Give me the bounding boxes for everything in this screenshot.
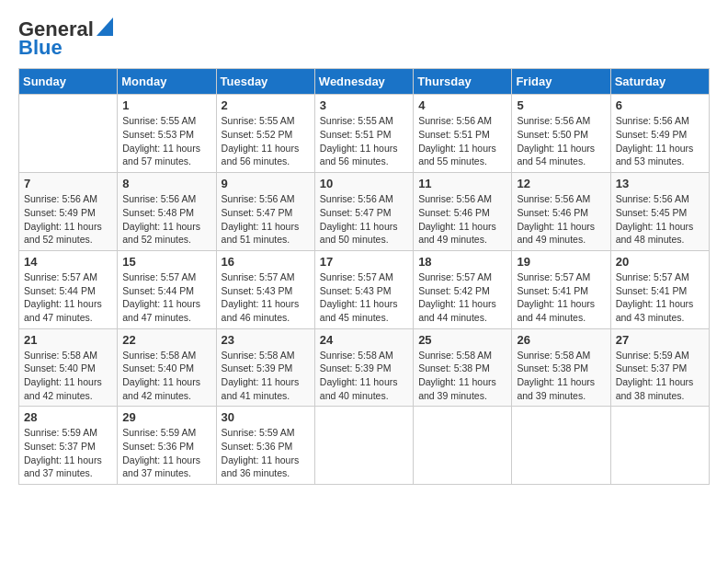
- calendar-cell: 12Sunrise: 5:56 AMSunset: 5:46 PMDayligh…: [512, 173, 610, 251]
- day-detail: Sunrise: 5:57 AMSunset: 5:44 PMDaylight:…: [122, 270, 210, 325]
- logo: General Blue: [18, 18, 113, 59]
- day-detail: Sunrise: 5:56 AMSunset: 5:46 PMDaylight:…: [418, 192, 506, 247]
- calendar-cell: [610, 407, 709, 485]
- day-number: 12: [517, 177, 605, 190]
- day-number: 10: [320, 177, 408, 190]
- header-tuesday: Tuesday: [216, 69, 314, 95]
- day-number: 3: [320, 98, 408, 112]
- day-number: 16: [222, 255, 310, 269]
- calendar-cell: 20Sunrise: 5:57 AMSunset: 5:41 PMDayligh…: [610, 250, 709, 328]
- day-detail: Sunrise: 5:55 AMSunset: 5:53 PMDaylight:…: [122, 114, 210, 168]
- day-number: 19: [517, 255, 605, 269]
- day-number: 8: [122, 177, 210, 190]
- day-detail: Sunrise: 5:56 AMSunset: 5:48 PMDaylight:…: [122, 192, 210, 247]
- calendar-cell: [314, 407, 413, 485]
- day-detail: Sunrise: 5:58 AMSunset: 5:39 PMDaylight:…: [222, 349, 310, 403]
- calendar-cell: 26Sunrise: 5:58 AMSunset: 5:38 PMDayligh…: [512, 328, 610, 407]
- day-number: 21: [24, 333, 112, 347]
- day-number: 7: [24, 177, 112, 190]
- svg-marker-0: [97, 17, 113, 36]
- calendar-cell: 8Sunrise: 5:56 AMSunset: 5:48 PMDaylight…: [118, 173, 216, 251]
- day-detail: Sunrise: 5:55 AMSunset: 5:52 PMDaylight:…: [222, 114, 310, 168]
- calendar-cell: 19Sunrise: 5:57 AMSunset: 5:41 PMDayligh…: [512, 250, 610, 328]
- calendar-cell: 6Sunrise: 5:56 AMSunset: 5:49 PMDaylight…: [610, 95, 709, 173]
- day-number: 30: [222, 410, 310, 424]
- day-number: 25: [418, 333, 506, 347]
- calendar-cell: [414, 407, 512, 485]
- header-friday: Friday: [512, 69, 610, 95]
- day-detail: Sunrise: 5:56 AMSunset: 5:47 PMDaylight:…: [320, 192, 408, 247]
- day-detail: Sunrise: 5:55 AMSunset: 5:51 PMDaylight:…: [320, 114, 408, 168]
- calendar-cell: 7Sunrise: 5:56 AMSunset: 5:49 PMDaylight…: [19, 173, 118, 251]
- logo-blue: Blue: [18, 37, 63, 59]
- calendar-cell: 14Sunrise: 5:57 AMSunset: 5:44 PMDayligh…: [19, 250, 118, 328]
- day-detail: Sunrise: 5:57 AMSunset: 5:41 PMDaylight:…: [517, 270, 605, 325]
- logo-bird-icon: [97, 17, 113, 38]
- calendar-cell: 2Sunrise: 5:55 AMSunset: 5:52 PMDaylight…: [216, 95, 314, 173]
- calendar-cell: 10Sunrise: 5:56 AMSunset: 5:47 PMDayligh…: [314, 173, 413, 251]
- calendar-cell: 23Sunrise: 5:58 AMSunset: 5:39 PMDayligh…: [216, 328, 314, 407]
- day-number: 26: [517, 333, 605, 347]
- calendar-cell: 27Sunrise: 5:59 AMSunset: 5:37 PMDayligh…: [610, 328, 709, 407]
- day-number: 15: [122, 255, 210, 269]
- day-number: 18: [418, 255, 506, 269]
- header-sunday: Sunday: [19, 69, 118, 95]
- calendar-cell: 25Sunrise: 5:58 AMSunset: 5:38 PMDayligh…: [414, 328, 512, 407]
- calendar-table: SundayMondayTuesdayWednesdayThursdayFrid…: [18, 68, 710, 485]
- calendar-cell: 1Sunrise: 5:55 AMSunset: 5:53 PMDaylight…: [118, 95, 216, 173]
- day-detail: Sunrise: 5:57 AMSunset: 5:43 PMDaylight:…: [320, 270, 408, 325]
- calendar-cell: 15Sunrise: 5:57 AMSunset: 5:44 PMDayligh…: [118, 250, 216, 328]
- calendar-cell: 5Sunrise: 5:56 AMSunset: 5:50 PMDaylight…: [512, 95, 610, 173]
- day-number: 9: [222, 177, 310, 190]
- header-thursday: Thursday: [414, 69, 512, 95]
- day-detail: Sunrise: 5:59 AMSunset: 5:36 PMDaylight:…: [122, 426, 210, 480]
- day-number: 24: [320, 333, 408, 347]
- day-number: 29: [122, 410, 210, 424]
- day-detail: Sunrise: 5:56 AMSunset: 5:50 PMDaylight:…: [517, 114, 605, 168]
- calendar-cell: 9Sunrise: 5:56 AMSunset: 5:47 PMDaylight…: [216, 173, 314, 251]
- day-number: 5: [517, 98, 605, 112]
- day-number: 13: [616, 177, 704, 190]
- day-detail: Sunrise: 5:56 AMSunset: 5:51 PMDaylight:…: [418, 114, 506, 168]
- calendar-cell: 21Sunrise: 5:58 AMSunset: 5:40 PMDayligh…: [19, 328, 118, 407]
- day-number: 22: [122, 333, 210, 347]
- calendar-week-row: 28Sunrise: 5:59 AMSunset: 5:37 PMDayligh…: [19, 407, 710, 485]
- day-number: 27: [616, 333, 704, 347]
- calendar-body: 1Sunrise: 5:55 AMSunset: 5:53 PMDaylight…: [19, 95, 710, 485]
- calendar-cell: 29Sunrise: 5:59 AMSunset: 5:36 PMDayligh…: [118, 407, 216, 485]
- calendar-cell: 30Sunrise: 5:59 AMSunset: 5:36 PMDayligh…: [216, 407, 314, 485]
- calendar-week-row: 1Sunrise: 5:55 AMSunset: 5:53 PMDaylight…: [19, 95, 710, 173]
- page-header: General Blue: [18, 18, 710, 59]
- day-number: 20: [616, 255, 704, 269]
- calendar-cell: 4Sunrise: 5:56 AMSunset: 5:51 PMDaylight…: [414, 95, 512, 173]
- calendar-cell: 11Sunrise: 5:56 AMSunset: 5:46 PMDayligh…: [414, 173, 512, 251]
- calendar-cell: 22Sunrise: 5:58 AMSunset: 5:40 PMDayligh…: [118, 328, 216, 407]
- day-number: 4: [418, 98, 506, 112]
- calendar-cell: 24Sunrise: 5:58 AMSunset: 5:39 PMDayligh…: [314, 328, 413, 407]
- day-detail: Sunrise: 5:59 AMSunset: 5:36 PMDaylight:…: [222, 426, 310, 480]
- day-detail: Sunrise: 5:58 AMSunset: 5:40 PMDaylight:…: [24, 349, 112, 403]
- day-detail: Sunrise: 5:57 AMSunset: 5:43 PMDaylight:…: [222, 270, 310, 325]
- calendar-week-row: 14Sunrise: 5:57 AMSunset: 5:44 PMDayligh…: [19, 250, 710, 328]
- day-detail: Sunrise: 5:58 AMSunset: 5:40 PMDaylight:…: [122, 349, 210, 403]
- calendar-header-row: SundayMondayTuesdayWednesdayThursdayFrid…: [19, 69, 710, 95]
- day-number: 14: [24, 255, 112, 269]
- calendar-cell: [512, 407, 610, 485]
- calendar-week-row: 21Sunrise: 5:58 AMSunset: 5:40 PMDayligh…: [19, 328, 710, 407]
- day-number: 1: [122, 98, 210, 112]
- header-monday: Monday: [118, 69, 216, 95]
- day-number: 28: [24, 410, 112, 424]
- day-detail: Sunrise: 5:58 AMSunset: 5:38 PMDaylight:…: [418, 349, 506, 403]
- day-detail: Sunrise: 5:57 AMSunset: 5:42 PMDaylight:…: [418, 270, 506, 325]
- header-wednesday: Wednesday: [314, 69, 413, 95]
- day-detail: Sunrise: 5:57 AMSunset: 5:44 PMDaylight:…: [24, 270, 112, 325]
- calendar-cell: 28Sunrise: 5:59 AMSunset: 5:37 PMDayligh…: [19, 407, 118, 485]
- day-detail: Sunrise: 5:59 AMSunset: 5:37 PMDaylight:…: [24, 426, 112, 480]
- calendar-cell: 17Sunrise: 5:57 AMSunset: 5:43 PMDayligh…: [314, 250, 413, 328]
- day-detail: Sunrise: 5:56 AMSunset: 5:49 PMDaylight:…: [616, 114, 704, 168]
- day-number: 6: [616, 98, 704, 112]
- day-detail: Sunrise: 5:56 AMSunset: 5:46 PMDaylight:…: [517, 192, 605, 247]
- day-number: 2: [222, 98, 310, 112]
- day-number: 11: [418, 177, 506, 190]
- calendar-cell: [19, 95, 118, 173]
